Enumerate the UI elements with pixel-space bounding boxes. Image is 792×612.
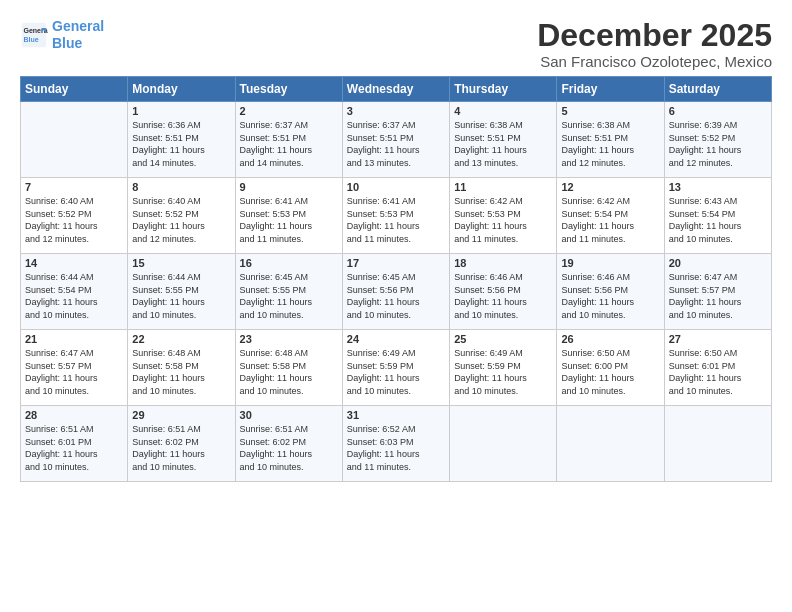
cell-w1-d1: 8Sunrise: 6:40 AMSunset: 5:52 PMDaylight… (128, 178, 235, 254)
day-number: 14 (25, 257, 123, 269)
day-number: 9 (240, 181, 338, 193)
day-info: Sunrise: 6:40 AMSunset: 5:52 PMDaylight:… (25, 195, 123, 245)
day-info: Sunrise: 6:38 AMSunset: 5:51 PMDaylight:… (454, 119, 552, 169)
col-saturday: Saturday (664, 77, 771, 102)
cell-w4-d5 (557, 406, 664, 482)
cell-w2-d2: 16Sunrise: 6:45 AMSunset: 5:55 PMDayligh… (235, 254, 342, 330)
day-info: Sunrise: 6:50 AMSunset: 6:01 PMDaylight:… (669, 347, 767, 397)
page: General Blue General Blue December 2025 … (0, 0, 792, 492)
calendar-body: 1Sunrise: 6:36 AMSunset: 5:51 PMDaylight… (21, 102, 772, 482)
col-monday: Monday (128, 77, 235, 102)
day-info: Sunrise: 6:48 AMSunset: 5:58 PMDaylight:… (132, 347, 230, 397)
day-info: Sunrise: 6:37 AMSunset: 5:51 PMDaylight:… (240, 119, 338, 169)
day-info: Sunrise: 6:40 AMSunset: 5:52 PMDaylight:… (132, 195, 230, 245)
day-number: 13 (669, 181, 767, 193)
day-number: 19 (561, 257, 659, 269)
day-info: Sunrise: 6:43 AMSunset: 5:54 PMDaylight:… (669, 195, 767, 245)
day-info: Sunrise: 6:47 AMSunset: 5:57 PMDaylight:… (25, 347, 123, 397)
logo: General Blue General Blue (20, 18, 104, 52)
week-row-0: 1Sunrise: 6:36 AMSunset: 5:51 PMDaylight… (21, 102, 772, 178)
cell-w1-d4: 11Sunrise: 6:42 AMSunset: 5:53 PMDayligh… (450, 178, 557, 254)
day-info: Sunrise: 6:50 AMSunset: 6:00 PMDaylight:… (561, 347, 659, 397)
day-number: 30 (240, 409, 338, 421)
week-row-3: 21Sunrise: 6:47 AMSunset: 5:57 PMDayligh… (21, 330, 772, 406)
day-info: Sunrise: 6:51 AMSunset: 6:01 PMDaylight:… (25, 423, 123, 473)
cell-w0-d0 (21, 102, 128, 178)
day-info: Sunrise: 6:51 AMSunset: 6:02 PMDaylight:… (132, 423, 230, 473)
cell-w3-d5: 26Sunrise: 6:50 AMSunset: 6:00 PMDayligh… (557, 330, 664, 406)
day-number: 11 (454, 181, 552, 193)
day-info: Sunrise: 6:46 AMSunset: 5:56 PMDaylight:… (561, 271, 659, 321)
cell-w0-d5: 5Sunrise: 6:38 AMSunset: 5:51 PMDaylight… (557, 102, 664, 178)
cell-w0-d1: 1Sunrise: 6:36 AMSunset: 5:51 PMDaylight… (128, 102, 235, 178)
cell-w0-d4: 4Sunrise: 6:38 AMSunset: 5:51 PMDaylight… (450, 102, 557, 178)
day-number: 4 (454, 105, 552, 117)
day-info: Sunrise: 6:42 AMSunset: 5:54 PMDaylight:… (561, 195, 659, 245)
day-number: 16 (240, 257, 338, 269)
title-block: December 2025 San Francisco Ozolotepec, … (537, 18, 772, 70)
day-number: 23 (240, 333, 338, 345)
day-number: 18 (454, 257, 552, 269)
day-number: 8 (132, 181, 230, 193)
cell-w2-d5: 19Sunrise: 6:46 AMSunset: 5:56 PMDayligh… (557, 254, 664, 330)
cell-w2-d4: 18Sunrise: 6:46 AMSunset: 5:56 PMDayligh… (450, 254, 557, 330)
cell-w1-d5: 12Sunrise: 6:42 AMSunset: 5:54 PMDayligh… (557, 178, 664, 254)
day-number: 15 (132, 257, 230, 269)
cell-w3-d3: 24Sunrise: 6:49 AMSunset: 5:59 PMDayligh… (342, 330, 449, 406)
header: General Blue General Blue December 2025 … (20, 18, 772, 70)
cell-w3-d0: 21Sunrise: 6:47 AMSunset: 5:57 PMDayligh… (21, 330, 128, 406)
cell-w4-d1: 29Sunrise: 6:51 AMSunset: 6:02 PMDayligh… (128, 406, 235, 482)
week-row-2: 14Sunrise: 6:44 AMSunset: 5:54 PMDayligh… (21, 254, 772, 330)
day-info: Sunrise: 6:41 AMSunset: 5:53 PMDaylight:… (240, 195, 338, 245)
cell-w1-d3: 10Sunrise: 6:41 AMSunset: 5:53 PMDayligh… (342, 178, 449, 254)
cell-w3-d6: 27Sunrise: 6:50 AMSunset: 6:01 PMDayligh… (664, 330, 771, 406)
day-number: 21 (25, 333, 123, 345)
day-number: 31 (347, 409, 445, 421)
logo-line1: General (52, 18, 104, 34)
day-number: 6 (669, 105, 767, 117)
day-info: Sunrise: 6:49 AMSunset: 5:59 PMDaylight:… (347, 347, 445, 397)
week-row-4: 28Sunrise: 6:51 AMSunset: 6:01 PMDayligh… (21, 406, 772, 482)
location-title: San Francisco Ozolotepec, Mexico (537, 53, 772, 70)
col-wednesday: Wednesday (342, 77, 449, 102)
cell-w0-d2: 2Sunrise: 6:37 AMSunset: 5:51 PMDaylight… (235, 102, 342, 178)
logo-line2: Blue (52, 35, 82, 51)
day-number: 5 (561, 105, 659, 117)
cell-w4-d3: 31Sunrise: 6:52 AMSunset: 6:03 PMDayligh… (342, 406, 449, 482)
day-info: Sunrise: 6:44 AMSunset: 5:54 PMDaylight:… (25, 271, 123, 321)
day-number: 10 (347, 181, 445, 193)
cell-w2-d0: 14Sunrise: 6:44 AMSunset: 5:54 PMDayligh… (21, 254, 128, 330)
day-number: 20 (669, 257, 767, 269)
day-number: 2 (240, 105, 338, 117)
cell-w1-d0: 7Sunrise: 6:40 AMSunset: 5:52 PMDaylight… (21, 178, 128, 254)
svg-text:Blue: Blue (24, 36, 39, 43)
day-info: Sunrise: 6:51 AMSunset: 6:02 PMDaylight:… (240, 423, 338, 473)
day-number: 29 (132, 409, 230, 421)
day-number: 3 (347, 105, 445, 117)
logo-icon: General Blue (20, 21, 48, 49)
day-number: 26 (561, 333, 659, 345)
day-info: Sunrise: 6:39 AMSunset: 5:52 PMDaylight:… (669, 119, 767, 169)
day-info: Sunrise: 6:45 AMSunset: 5:55 PMDaylight:… (240, 271, 338, 321)
cell-w3-d1: 22Sunrise: 6:48 AMSunset: 5:58 PMDayligh… (128, 330, 235, 406)
cell-w4-d6 (664, 406, 771, 482)
week-row-1: 7Sunrise: 6:40 AMSunset: 5:52 PMDaylight… (21, 178, 772, 254)
day-number: 17 (347, 257, 445, 269)
day-number: 1 (132, 105, 230, 117)
day-info: Sunrise: 6:47 AMSunset: 5:57 PMDaylight:… (669, 271, 767, 321)
month-title: December 2025 (537, 18, 772, 53)
day-number: 27 (669, 333, 767, 345)
cell-w1-d2: 9Sunrise: 6:41 AMSunset: 5:53 PMDaylight… (235, 178, 342, 254)
day-number: 7 (25, 181, 123, 193)
day-number: 28 (25, 409, 123, 421)
cell-w3-d2: 23Sunrise: 6:48 AMSunset: 5:58 PMDayligh… (235, 330, 342, 406)
day-info: Sunrise: 6:37 AMSunset: 5:51 PMDaylight:… (347, 119, 445, 169)
day-info: Sunrise: 6:48 AMSunset: 5:58 PMDaylight:… (240, 347, 338, 397)
cell-w3-d4: 25Sunrise: 6:49 AMSunset: 5:59 PMDayligh… (450, 330, 557, 406)
cell-w1-d6: 13Sunrise: 6:43 AMSunset: 5:54 PMDayligh… (664, 178, 771, 254)
day-number: 24 (347, 333, 445, 345)
cell-w4-d0: 28Sunrise: 6:51 AMSunset: 6:01 PMDayligh… (21, 406, 128, 482)
day-info: Sunrise: 6:38 AMSunset: 5:51 PMDaylight:… (561, 119, 659, 169)
day-info: Sunrise: 6:52 AMSunset: 6:03 PMDaylight:… (347, 423, 445, 473)
col-tuesday: Tuesday (235, 77, 342, 102)
